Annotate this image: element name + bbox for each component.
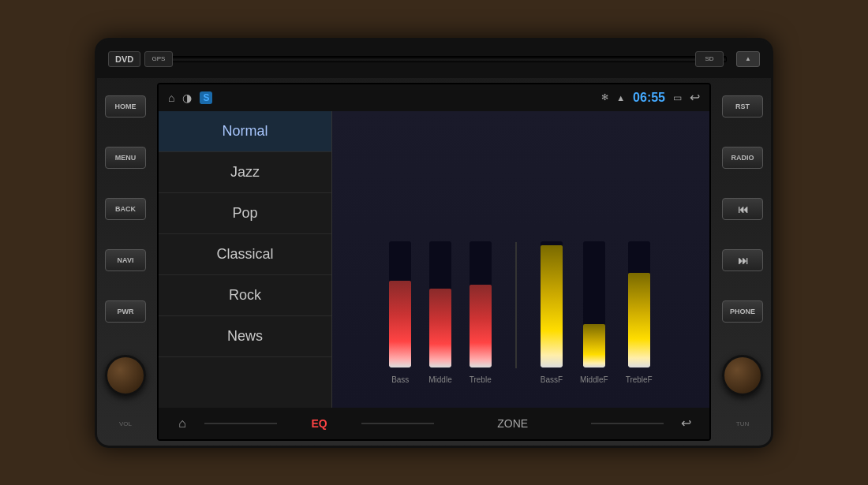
eq-bars-container: Bass Middle (348, 226, 694, 384)
preset-rock[interactable]: Rock (159, 275, 331, 316)
eq-label-treblef: TrebleF (626, 375, 653, 384)
eq-bar-middlef[interactable]: MiddleF (580, 241, 608, 384)
eq-presets-panel: Normal Jazz Pop Classical Rock News (159, 111, 332, 408)
preset-classical[interactable]: Classical (159, 234, 331, 275)
next-icon: ⏭ (738, 255, 748, 267)
content-area: Normal Jazz Pop Classical Rock News (159, 111, 709, 408)
tuner-knob[interactable] (722, 355, 763, 396)
right-btn-prev[interactable]: ⏮ (722, 198, 763, 220)
bottom-divider3 (591, 423, 664, 424)
bottom-zone-label[interactable]: ZONE (440, 417, 585, 430)
eq-label-middle: Middle (428, 375, 451, 384)
bottom-back-icon[interactable]: ↩ (670, 412, 702, 435)
eq-track-middle (429, 241, 451, 367)
eq-label-bassf: BassF (541, 375, 563, 384)
s-icon[interactable]: S (200, 91, 212, 104)
preset-pop[interactable]: Pop (159, 193, 331, 234)
device: DVD ▲ SD GPS HOME MENU BACK NAVI PWR VOL… (95, 38, 773, 448)
vol-label: VOL (119, 420, 132, 427)
right-btn-radio[interactable]: RADIO (722, 147, 763, 169)
eq-track-treblef (628, 241, 650, 367)
left-btn-menu[interactable]: MENU (105, 147, 146, 169)
eq-bar-treble[interactable]: Treble (470, 241, 492, 384)
eject-button[interactable]: ▲ (736, 51, 760, 67)
preset-normal[interactable]: Normal (159, 111, 331, 152)
volume-knob[interactable] (105, 355, 146, 396)
bottom-eq-label[interactable]: EQ (283, 417, 356, 430)
preset-jazz[interactable]: Jazz (159, 152, 331, 193)
dvd-label: DVD (108, 51, 140, 67)
eq-display: Bass Middle (332, 111, 709, 408)
left-btn-pwr[interactable]: PWR (105, 300, 146, 323)
eq-separator (515, 242, 517, 368)
left-btn-navi[interactable]: NAVI (105, 249, 146, 271)
eq-bar-middle[interactable]: Middle (428, 241, 451, 384)
eq-bar-bass[interactable]: Bass (389, 241, 411, 384)
eq-bar-treblef[interactable]: TrebleF (626, 241, 653, 384)
right-controls: RST RADIO ⏮ ⏭ PHONE TUN (714, 78, 771, 446)
eq-track-treble (470, 241, 492, 367)
eq-label-bass: Bass (391, 375, 409, 384)
clock: 06:55 (633, 91, 665, 105)
top-strip: DVD ▲ SD GPS (97, 40, 771, 78)
left-btn-home[interactable]: HOME (105, 95, 146, 118)
battery-icon: ▭ (673, 92, 682, 103)
eq-label-middlef: MiddleF (580, 375, 608, 384)
bottom-bar: ⌂ EQ ZONE ↩ (159, 408, 709, 439)
left-controls: HOME MENU BACK NAVI PWR VOL (97, 78, 154, 446)
gps-button: GPS (144, 51, 173, 67)
eq-fill-middle (429, 289, 451, 367)
eq-bar-bassf[interactable]: BassF (541, 241, 563, 384)
contrast-icon[interactable]: ◑ (182, 91, 192, 104)
main-row: HOME MENU BACK NAVI PWR VOL ⌂ ◑ S ✻ ▲ 06… (97, 78, 771, 446)
eq-fill-treble (470, 285, 492, 367)
sd-slot: SD (695, 51, 724, 67)
right-btn-phone[interactable]: PHONE (722, 300, 763, 323)
eq-fill-bassf (541, 245, 563, 367)
bottom-divider2 (361, 423, 434, 424)
dvd-slot (150, 56, 727, 62)
eq-fill-middlef (583, 324, 605, 367)
screen-wrapper: ⌂ ◑ S ✻ ▲ 06:55 ▭ ↩ Normal Jazz (154, 78, 714, 446)
status-bar: ⌂ ◑ S ✻ ▲ 06:55 ▭ ↩ (159, 84, 709, 111)
tun-label: TUN (736, 420, 749, 427)
eq-track-bass (389, 241, 411, 367)
bottom-divider1 (204, 423, 277, 424)
preset-news[interactable]: News (159, 316, 331, 357)
eq-label-treble: Treble (470, 375, 492, 384)
wifi-icon: ▲ (616, 93, 625, 103)
bluetooth-icon: ✻ (601, 92, 608, 103)
eq-track-bassf (541, 241, 563, 367)
home-icon[interactable]: ⌂ (168, 91, 174, 104)
bottom-home-icon[interactable]: ⌂ (166, 412, 198, 435)
eq-fill-treblef (628, 273, 650, 367)
prev-icon: ⏮ (738, 203, 748, 215)
eq-fill-bass (389, 281, 411, 367)
screen: ⌂ ◑ S ✻ ▲ 06:55 ▭ ↩ Normal Jazz (157, 83, 711, 441)
eq-track-middlef (583, 241, 605, 367)
left-btn-back[interactable]: BACK (105, 198, 146, 220)
right-btn-next[interactable]: ⏭ (722, 249, 763, 271)
back-icon[interactable]: ↩ (690, 90, 700, 105)
right-btn-rst[interactable]: RST (722, 95, 763, 118)
